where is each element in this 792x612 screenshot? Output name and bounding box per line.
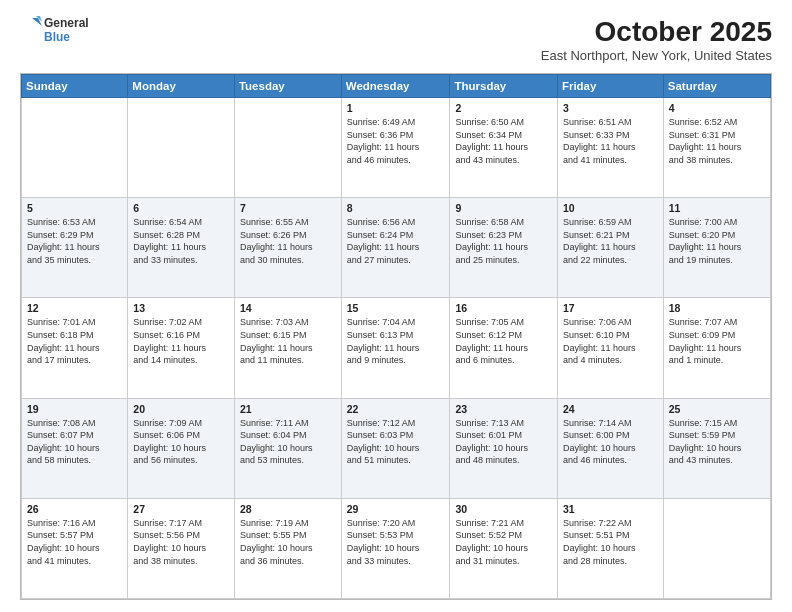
calendar-cell: 19Sunrise: 7:08 AM Sunset: 6:07 PM Dayli… bbox=[22, 398, 128, 498]
day-info: Sunrise: 7:06 AM Sunset: 6:10 PM Dayligh… bbox=[563, 316, 658, 366]
header-tuesday: Tuesday bbox=[234, 75, 341, 98]
calendar-cell: 24Sunrise: 7:14 AM Sunset: 6:00 PM Dayli… bbox=[557, 398, 663, 498]
calendar-cell: 10Sunrise: 6:59 AM Sunset: 6:21 PM Dayli… bbox=[557, 198, 663, 298]
day-number: 18 bbox=[669, 302, 765, 314]
calendar-row-4: 19Sunrise: 7:08 AM Sunset: 6:07 PM Dayli… bbox=[22, 398, 771, 498]
calendar-cell: 23Sunrise: 7:13 AM Sunset: 6:01 PM Dayli… bbox=[450, 398, 557, 498]
calendar-cell: 7Sunrise: 6:55 AM Sunset: 6:26 PM Daylig… bbox=[234, 198, 341, 298]
calendar-cell: 22Sunrise: 7:12 AM Sunset: 6:03 PM Dayli… bbox=[341, 398, 450, 498]
header-sunday: Sunday bbox=[22, 75, 128, 98]
day-info: Sunrise: 6:55 AM Sunset: 6:26 PM Dayligh… bbox=[240, 216, 336, 266]
calendar-cell: 30Sunrise: 7:21 AM Sunset: 5:52 PM Dayli… bbox=[450, 498, 557, 598]
day-number: 22 bbox=[347, 403, 445, 415]
page: General Blue October 2025 East Northport… bbox=[0, 0, 792, 612]
page-title: October 2025 bbox=[541, 16, 772, 48]
day-number: 20 bbox=[133, 403, 229, 415]
logo: General Blue bbox=[20, 16, 89, 46]
day-number: 27 bbox=[133, 503, 229, 515]
header-friday: Friday bbox=[557, 75, 663, 98]
day-info: Sunrise: 7:13 AM Sunset: 6:01 PM Dayligh… bbox=[455, 417, 551, 467]
calendar-cell: 8Sunrise: 6:56 AM Sunset: 6:24 PM Daylig… bbox=[341, 198, 450, 298]
day-info: Sunrise: 6:54 AM Sunset: 6:28 PM Dayligh… bbox=[133, 216, 229, 266]
calendar-cell: 13Sunrise: 7:02 AM Sunset: 6:16 PM Dayli… bbox=[128, 298, 235, 398]
day-number: 9 bbox=[455, 202, 551, 214]
calendar-cell: 17Sunrise: 7:06 AM Sunset: 6:10 PM Dayli… bbox=[557, 298, 663, 398]
calendar-cell: 2Sunrise: 6:50 AM Sunset: 6:34 PM Daylig… bbox=[450, 98, 557, 198]
weekday-row: Sunday Monday Tuesday Wednesday Thursday… bbox=[22, 75, 771, 98]
day-number: 11 bbox=[669, 202, 765, 214]
day-info: Sunrise: 7:12 AM Sunset: 6:03 PM Dayligh… bbox=[347, 417, 445, 467]
calendar-cell bbox=[234, 98, 341, 198]
day-number: 19 bbox=[27, 403, 122, 415]
page-subtitle: East Northport, New York, United States bbox=[541, 48, 772, 63]
day-info: Sunrise: 7:21 AM Sunset: 5:52 PM Dayligh… bbox=[455, 517, 551, 567]
day-number: 25 bbox=[669, 403, 765, 415]
day-info: Sunrise: 7:01 AM Sunset: 6:18 PM Dayligh… bbox=[27, 316, 122, 366]
calendar-cell: 16Sunrise: 7:05 AM Sunset: 6:12 PM Dayli… bbox=[450, 298, 557, 398]
day-info: Sunrise: 6:51 AM Sunset: 6:33 PM Dayligh… bbox=[563, 116, 658, 166]
header-monday: Monday bbox=[128, 75, 235, 98]
day-info: Sunrise: 7:00 AM Sunset: 6:20 PM Dayligh… bbox=[669, 216, 765, 266]
calendar-cell: 15Sunrise: 7:04 AM Sunset: 6:13 PM Dayli… bbox=[341, 298, 450, 398]
calendar-cell: 25Sunrise: 7:15 AM Sunset: 5:59 PM Dayli… bbox=[663, 398, 770, 498]
day-number: 7 bbox=[240, 202, 336, 214]
calendar-cell: 12Sunrise: 7:01 AM Sunset: 6:18 PM Dayli… bbox=[22, 298, 128, 398]
calendar-cell: 14Sunrise: 7:03 AM Sunset: 6:15 PM Dayli… bbox=[234, 298, 341, 398]
day-number: 3 bbox=[563, 102, 658, 114]
day-number: 24 bbox=[563, 403, 658, 415]
day-number: 28 bbox=[240, 503, 336, 515]
header-saturday: Saturday bbox=[663, 75, 770, 98]
day-info: Sunrise: 7:05 AM Sunset: 6:12 PM Dayligh… bbox=[455, 316, 551, 366]
calendar-cell: 1Sunrise: 6:49 AM Sunset: 6:36 PM Daylig… bbox=[341, 98, 450, 198]
calendar-cell bbox=[22, 98, 128, 198]
day-info: Sunrise: 7:17 AM Sunset: 5:56 PM Dayligh… bbox=[133, 517, 229, 567]
calendar-cell: 31Sunrise: 7:22 AM Sunset: 5:51 PM Dayli… bbox=[557, 498, 663, 598]
day-info: Sunrise: 7:08 AM Sunset: 6:07 PM Dayligh… bbox=[27, 417, 122, 467]
logo-general: General bbox=[44, 17, 89, 31]
calendar-cell: 6Sunrise: 6:54 AM Sunset: 6:28 PM Daylig… bbox=[128, 198, 235, 298]
calendar-cell: 4Sunrise: 6:52 AM Sunset: 6:31 PM Daylig… bbox=[663, 98, 770, 198]
header-wednesday: Wednesday bbox=[341, 75, 450, 98]
day-info: Sunrise: 6:53 AM Sunset: 6:29 PM Dayligh… bbox=[27, 216, 122, 266]
day-info: Sunrise: 6:49 AM Sunset: 6:36 PM Dayligh… bbox=[347, 116, 445, 166]
day-info: Sunrise: 7:19 AM Sunset: 5:55 PM Dayligh… bbox=[240, 517, 336, 567]
calendar-cell: 3Sunrise: 6:51 AM Sunset: 6:33 PM Daylig… bbox=[557, 98, 663, 198]
calendar-body: 1Sunrise: 6:49 AM Sunset: 6:36 PM Daylig… bbox=[22, 98, 771, 599]
day-number: 16 bbox=[455, 302, 551, 314]
day-info: Sunrise: 7:04 AM Sunset: 6:13 PM Dayligh… bbox=[347, 316, 445, 366]
day-number: 21 bbox=[240, 403, 336, 415]
day-number: 1 bbox=[347, 102, 445, 114]
calendar-cell: 5Sunrise: 6:53 AM Sunset: 6:29 PM Daylig… bbox=[22, 198, 128, 298]
day-number: 13 bbox=[133, 302, 229, 314]
day-number: 5 bbox=[27, 202, 122, 214]
day-info: Sunrise: 6:59 AM Sunset: 6:21 PM Dayligh… bbox=[563, 216, 658, 266]
title-block: October 2025 East Northport, New York, U… bbox=[541, 16, 772, 63]
day-info: Sunrise: 7:03 AM Sunset: 6:15 PM Dayligh… bbox=[240, 316, 336, 366]
day-number: 12 bbox=[27, 302, 122, 314]
day-number: 10 bbox=[563, 202, 658, 214]
day-info: Sunrise: 7:16 AM Sunset: 5:57 PM Dayligh… bbox=[27, 517, 122, 567]
calendar-row-3: 12Sunrise: 7:01 AM Sunset: 6:18 PM Dayli… bbox=[22, 298, 771, 398]
day-number: 23 bbox=[455, 403, 551, 415]
calendar-cell: 27Sunrise: 7:17 AM Sunset: 5:56 PM Dayli… bbox=[128, 498, 235, 598]
calendar-header: Sunday Monday Tuesday Wednesday Thursday… bbox=[22, 75, 771, 98]
calendar-row-5: 26Sunrise: 7:16 AM Sunset: 5:57 PM Dayli… bbox=[22, 498, 771, 598]
calendar-cell bbox=[663, 498, 770, 598]
calendar-table: Sunday Monday Tuesday Wednesday Thursday… bbox=[21, 74, 771, 599]
day-number: 26 bbox=[27, 503, 122, 515]
logo-blue: Blue bbox=[44, 31, 89, 45]
day-info: Sunrise: 7:07 AM Sunset: 6:09 PM Dayligh… bbox=[669, 316, 765, 366]
day-info: Sunrise: 6:50 AM Sunset: 6:34 PM Dayligh… bbox=[455, 116, 551, 166]
calendar-cell: 20Sunrise: 7:09 AM Sunset: 6:06 PM Dayli… bbox=[128, 398, 235, 498]
day-number: 4 bbox=[669, 102, 765, 114]
day-info: Sunrise: 6:56 AM Sunset: 6:24 PM Dayligh… bbox=[347, 216, 445, 266]
calendar-cell: 26Sunrise: 7:16 AM Sunset: 5:57 PM Dayli… bbox=[22, 498, 128, 598]
day-info: Sunrise: 7:22 AM Sunset: 5:51 PM Dayligh… bbox=[563, 517, 658, 567]
day-info: Sunrise: 7:15 AM Sunset: 5:59 PM Dayligh… bbox=[669, 417, 765, 467]
day-info: Sunrise: 7:09 AM Sunset: 6:06 PM Dayligh… bbox=[133, 417, 229, 467]
calendar-row-2: 5Sunrise: 6:53 AM Sunset: 6:29 PM Daylig… bbox=[22, 198, 771, 298]
calendar-cell: 11Sunrise: 7:00 AM Sunset: 6:20 PM Dayli… bbox=[663, 198, 770, 298]
day-info: Sunrise: 6:58 AM Sunset: 6:23 PM Dayligh… bbox=[455, 216, 551, 266]
day-number: 31 bbox=[563, 503, 658, 515]
calendar: Sunday Monday Tuesday Wednesday Thursday… bbox=[20, 73, 772, 600]
